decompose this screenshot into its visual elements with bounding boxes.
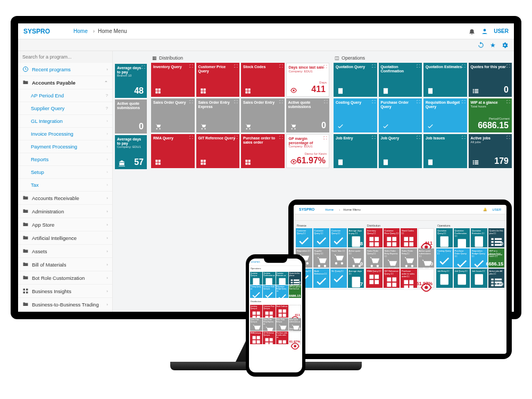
tile[interactable]: RMA Query ⛶ bbox=[151, 134, 195, 168]
tile[interactable]: Job Query ⛶ bbox=[379, 134, 422, 168]
tile[interactable]: Job Query ⛶ bbox=[454, 269, 470, 288]
sidebar-payment-processing[interactable]: Payment Processing› bbox=[18, 140, 112, 153]
tile[interactable]: Costing Query ⛶ bbox=[436, 248, 453, 268]
tile[interactable]: Job Entry ⛶ bbox=[436, 269, 453, 288]
user-label[interactable]: USER bbox=[492, 208, 501, 211]
tile[interactable]: Quotation Estimates ⛶ bbox=[276, 272, 288, 285]
tile[interactable]: Quotation Query ⛶ bbox=[250, 272, 262, 285]
tile[interactable]: Purchase order to sales order ⛶ bbox=[276, 331, 288, 344]
sidebar-business-insights[interactable]: Business Insights› bbox=[18, 285, 112, 298]
tile[interactable]: Requisition Budget Query ⛶ bbox=[423, 98, 467, 132]
tile[interactable]: Quotes for this year 0 ⛶ bbox=[289, 272, 301, 285]
tile[interactable]: Quotation Estimates ⛶ bbox=[423, 63, 467, 97]
tile[interactable]: Active quote submissions 0 ⛶ bbox=[418, 248, 435, 268]
tile[interactable]: Quotes for this year 0 ⛶ bbox=[488, 228, 505, 247]
tile[interactable]: Sales Order Entry ⛶ bbox=[401, 248, 417, 268]
tile[interactable]: Requisition Budget Query ⛶ bbox=[276, 285, 288, 298]
tile[interactable]: Purchase order to sales order ⛶ bbox=[401, 269, 417, 288]
bell-icon[interactable] bbox=[468, 28, 476, 35]
tile[interactable]: WIP at a glance Total hours Period/Curre… bbox=[289, 285, 301, 298]
sidebar-app-store[interactable]: App Store› bbox=[18, 218, 112, 231]
tile[interactable]: Days since last sale Company: EDU1 Days … bbox=[286, 63, 330, 97]
tile[interactable]: Quotation Confirmation ⛶ bbox=[263, 272, 275, 285]
tile[interactable]: Sales Order Entry ⛶ bbox=[241, 98, 285, 132]
tile[interactable]: Customer Query ⛶ bbox=[296, 228, 312, 247]
refresh-icon[interactable] bbox=[477, 41, 485, 49]
tile[interactable]: RMA Query ⛶ bbox=[250, 331, 262, 344]
tile[interactable]: Costing Query ⛶ bbox=[334, 98, 377, 132]
tile[interactable]: Job Issues ⛶ bbox=[423, 134, 467, 168]
tile[interactable]: Inventory Query ⛶ bbox=[366, 228, 383, 247]
tile[interactable]: Supplier Query ⛶ bbox=[313, 248, 330, 268]
tile[interactable]: Sales Order Query ⛶ bbox=[250, 318, 262, 331]
tile[interactable]: GL Query ⛶ bbox=[330, 269, 347, 288]
tile[interactable]: Inventory Query ⛶ bbox=[151, 63, 195, 97]
tile[interactable]: Sales Order Entry ⛶ bbox=[276, 318, 288, 331]
tile[interactable]: Purchase Order Query ⛶ bbox=[263, 285, 275, 298]
tile-avg-days-pay[interactable]: Average days to payBranch 1048⛶ bbox=[115, 64, 147, 98]
tile[interactable]: Quotation Confirmation ⛶ bbox=[454, 228, 470, 247]
sidebar-ap-period-end[interactable]: AP Period End? bbox=[18, 89, 112, 102]
sidebar-bot-role[interactable]: Bot Role Customization› bbox=[18, 271, 112, 285]
tile[interactable]: Days since last sale Company: EDU1 Days … bbox=[289, 305, 301, 318]
tile[interactable]: Sales Order Entry Express ⛶ bbox=[384, 248, 400, 268]
tile[interactable]: Customer Price Query ⛶ bbox=[384, 228, 400, 247]
tile-active-quotes[interactable]: Active quote submissions0 bbox=[115, 99, 147, 134]
sidebar-supplier-query[interactable]: Supplier Query? bbox=[18, 102, 112, 115]
sidebar-bom[interactable]: Bill of Materials› bbox=[18, 258, 112, 271]
tile[interactable]: Purchase Order Query ⛶ bbox=[454, 248, 470, 268]
tile[interactable]: WIP at a glance Total hours Period/Curre… bbox=[488, 248, 505, 268]
tile[interactable]: Quotation Estimates ⛶ bbox=[471, 228, 487, 247]
star-icon[interactable]: ★ bbox=[490, 41, 496, 49]
tile[interactable]: Stock Take ⛶ bbox=[330, 248, 347, 268]
sidebar-tax[interactable]: Tax› bbox=[18, 179, 112, 192]
tile[interactable]: GP margin percentage of Company: EDU1 De… bbox=[289, 331, 301, 344]
tile[interactable]: RMA Query ⛶ bbox=[366, 269, 383, 288]
sidebar-accounts-payable[interactable]: Accounts Payable ⌃ bbox=[18, 76, 112, 89]
sidebar-accounts-receivable[interactable]: Accounts Receivable› bbox=[18, 192, 112, 205]
sidebar-reports[interactable]: Reports› bbox=[18, 153, 112, 166]
tile[interactable]: Requisition Budget Query ⛶ bbox=[471, 248, 487, 268]
sidebar-recent-programs[interactable]: Recent programs › bbox=[18, 63, 112, 76]
tile[interactable]: Job Entry ⛶ bbox=[334, 134, 377, 168]
user-label[interactable]: USER bbox=[494, 28, 509, 34]
tile[interactable]: Bank Reference ⛶ bbox=[313, 269, 330, 288]
program-search-input[interactable] bbox=[18, 51, 112, 63]
tile[interactable]: Quotes for this year 0 ⛶ bbox=[469, 63, 512, 97]
bell-icon[interactable]: 🔔 bbox=[483, 207, 487, 211]
tile[interactable]: Sales Order Query ⛶ bbox=[151, 98, 195, 132]
tile[interactable]: GIT Reference Query ⛶ bbox=[196, 134, 240, 168]
breadcrumb-home[interactable]: Home bbox=[325, 208, 334, 211]
sidebar-invoice-processing[interactable]: Invoice Processing› bbox=[18, 128, 112, 140]
tile[interactable]: Quotation Query ⛶ bbox=[436, 228, 453, 247]
tile[interactable]: Customer Price Query ⛶ bbox=[196, 63, 240, 97]
tile[interactable]: Active quote submissions 0 ⛶ bbox=[286, 98, 330, 132]
tile[interactable]: Stock Codes ⛶ bbox=[401, 228, 417, 247]
sidebar-setup[interactable]: Setup› bbox=[18, 166, 112, 179]
tile[interactable]: GIT Reference Query ⛶ bbox=[384, 269, 400, 288]
tile[interactable]: Sales Order Query ⛶ bbox=[366, 248, 383, 268]
tile[interactable]: Quotation Query ⛶ bbox=[334, 63, 377, 97]
sidebar-artificial-intelligence[interactable]: Artificial Intelligence› bbox=[18, 231, 112, 245]
tile[interactable]: Active jobs All jobs 179 ⛶ bbox=[469, 134, 512, 168]
tile[interactable]: Stock Codes ⛶ bbox=[276, 305, 288, 318]
tile[interactable]: WIP at a glance Total hours Period/Curre… bbox=[469, 98, 512, 132]
tile[interactable]: Purchase Order Query ⛶ bbox=[379, 98, 422, 132]
tile[interactable]: Sales Order Entry Express ⛶ bbox=[196, 98, 240, 132]
tile[interactable]: GIT Reference Query ⛶ bbox=[263, 331, 275, 344]
tile[interactable]: Inventory Query ⛶ bbox=[250, 305, 262, 318]
gear-icon[interactable] bbox=[501, 41, 509, 49]
tile[interactable]: Days since last sale Company: EDU1 Days … bbox=[418, 228, 435, 247]
sidebar-assets[interactable]: Assets› bbox=[18, 245, 112, 258]
user-icon[interactable] bbox=[481, 28, 488, 35]
sidebar-b2b-trading[interactable]: Business-to-Business Trading› bbox=[18, 298, 112, 311]
sidebar-gl-integration[interactable]: GL Integration› bbox=[18, 115, 112, 128]
tile[interactable]: Sales Order Entry Express ⛶ bbox=[263, 318, 275, 331]
tile[interactable]: Purchase order to sales order ⛶ bbox=[241, 134, 285, 168]
tile[interactable]: GP margin percentage of Company: EDU1 De… bbox=[286, 134, 330, 168]
tile[interactable]: Job Issues ⛶ bbox=[471, 269, 487, 288]
tile[interactable]: Customer Query ⛶ bbox=[313, 228, 330, 247]
tile[interactable]: GP margin percentage of Company: EDU1 De… bbox=[418, 269, 435, 288]
tile[interactable]: Average days 57 ⛶ bbox=[348, 269, 364, 288]
breadcrumb-home[interactable]: Home bbox=[73, 28, 88, 34]
